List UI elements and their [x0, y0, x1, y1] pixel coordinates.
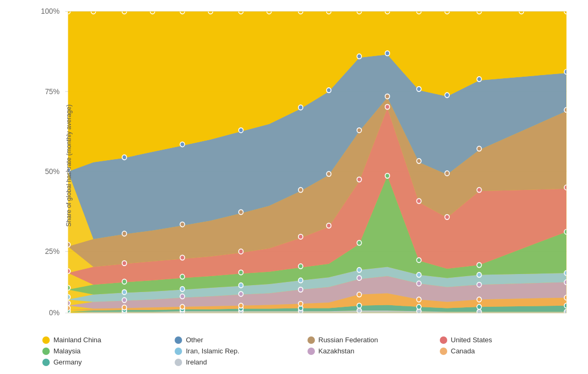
legend-dot-iran — [175, 348, 182, 355]
svg-point-109 — [239, 9, 243, 14]
legend-dot-ireland — [175, 359, 182, 366]
svg-point-68 — [122, 261, 127, 266]
svg-point-61 — [298, 264, 303, 269]
svg-point-49 — [122, 290, 127, 295]
legend-item-us: United States — [440, 336, 567, 344]
svg-point-87 — [417, 159, 421, 163]
legend-item-other: Other — [175, 336, 302, 344]
svg-point-51 — [239, 283, 243, 288]
legend-label-ireland: Ireland — [186, 358, 207, 366]
legend-dot-us — [440, 336, 447, 344]
svg-text:May '21: May '21 — [348, 318, 371, 325]
svg-point-47 — [564, 280, 569, 285]
svg-point-35 — [357, 292, 361, 297]
svg-point-93 — [180, 142, 185, 147]
chart-container: Share of global hashrate (monthly averag… — [0, 0, 588, 374]
svg-point-92 — [122, 155, 127, 160]
svg-point-53 — [357, 268, 361, 272]
legend-item-ireland: Ireland — [175, 358, 302, 366]
svg-point-79 — [66, 242, 70, 247]
svg-point-33 — [239, 303, 243, 308]
svg-point-77 — [477, 187, 482, 192]
legend-dot-other — [175, 336, 182, 344]
svg-point-94 — [239, 128, 243, 133]
svg-point-88 — [445, 171, 449, 176]
legend-label-germany: Germany — [53, 358, 82, 366]
chart-area: Share of global hashrate (monthly averag… — [37, 5, 572, 325]
svg-text:May '20: May '20 — [170, 318, 194, 325]
legend-item-canada: Canada — [440, 347, 567, 355]
legend-label-malaysia: Malaysia — [53, 347, 80, 355]
svg-point-119 — [564, 9, 569, 14]
svg-point-71 — [298, 234, 303, 239]
legend-item-kazakhstan: Kazakhstan — [307, 347, 435, 355]
svg-point-72 — [327, 223, 331, 228]
svg-point-108 — [209, 9, 213, 14]
legend-item-russia: Russian Federation — [307, 336, 435, 344]
svg-text:25%: 25% — [45, 247, 60, 256]
svg-point-115 — [417, 9, 421, 14]
svg-point-99 — [417, 87, 421, 92]
svg-point-54 — [417, 272, 421, 277]
svg-point-17 — [357, 308, 361, 313]
svg-point-100 — [445, 93, 449, 97]
svg-point-95 — [298, 105, 303, 110]
svg-point-63 — [385, 174, 390, 178]
svg-point-27 — [417, 304, 421, 309]
legend-label-canada: Canada — [451, 347, 475, 355]
svg-point-107 — [180, 9, 185, 14]
legend-label-russia: Russian Federation — [319, 336, 378, 344]
legend-item-iran: Iran, Islamic Rep. — [175, 347, 302, 355]
svg-point-118 — [519, 9, 524, 14]
svg-point-90 — [564, 107, 569, 112]
svg-point-85 — [357, 128, 361, 133]
svg-point-60 — [239, 270, 243, 275]
svg-point-65 — [477, 262, 482, 267]
legend-label-other: Other — [186, 336, 203, 344]
svg-point-40 — [122, 298, 127, 303]
svg-point-30 — [66, 306, 70, 311]
svg-point-82 — [239, 209, 243, 214]
svg-point-102 — [564, 69, 569, 74]
svg-point-78 — [564, 185, 569, 190]
svg-point-83 — [298, 187, 303, 192]
svg-point-28 — [477, 304, 482, 309]
svg-point-20 — [564, 309, 569, 314]
svg-point-19 — [477, 309, 482, 314]
legend-item-germany: Germany — [42, 358, 169, 366]
legend-dot-germany — [42, 359, 50, 366]
svg-point-44 — [357, 276, 361, 280]
legend-item-malaysia: Malaysia — [42, 347, 169, 355]
legend-label-iran: Iran, Islamic Rep. — [186, 347, 239, 355]
y-axis-label: Share of global hashrate (monthly averag… — [65, 104, 73, 226]
svg-point-105 — [122, 9, 127, 14]
svg-point-114 — [385, 9, 390, 14]
svg-point-98 — [385, 51, 390, 56]
svg-point-113 — [357, 9, 361, 14]
svg-text:100%: 100% — [41, 7, 59, 16]
legend-item-china: Mainland China — [42, 336, 169, 344]
svg-point-76 — [445, 215, 449, 220]
svg-point-74 — [385, 104, 390, 109]
svg-point-67 — [66, 269, 70, 273]
svg-point-66 — [564, 230, 569, 234]
svg-point-111 — [298, 9, 303, 14]
svg-point-96 — [327, 88, 331, 93]
svg-point-31 — [122, 305, 127, 310]
svg-point-59 — [180, 274, 185, 279]
svg-point-89 — [477, 146, 482, 151]
svg-text:50%: 50% — [45, 167, 60, 176]
legend-label-china: Mainland China — [53, 336, 101, 344]
svg-text:0%: 0% — [49, 308, 60, 317]
svg-point-97 — [357, 54, 361, 59]
svg-text:Sep '21: Sep '21 — [408, 318, 430, 325]
svg-point-84 — [327, 171, 331, 176]
svg-point-58 — [122, 279, 127, 284]
svg-point-39 — [66, 300, 70, 305]
svg-point-80 — [122, 231, 127, 236]
svg-point-112 — [327, 9, 331, 14]
svg-point-36 — [417, 297, 421, 302]
legend-dot-malaysia — [42, 348, 50, 355]
svg-text:Jan '21: Jan '21 — [290, 318, 312, 325]
svg-point-70 — [239, 249, 243, 254]
